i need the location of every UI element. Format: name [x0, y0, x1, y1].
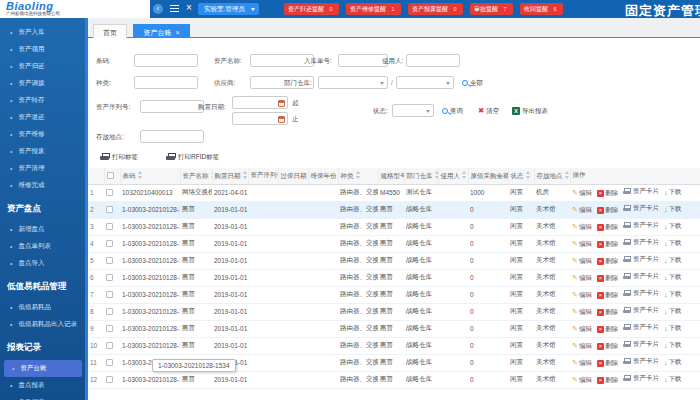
sidebar-item-盘盈报表[interactable]: •盘盈报表 — [0, 394, 83, 400]
delete-button[interactable]: ×删除 — [597, 291, 618, 300]
select-all-checkbox[interactable] — [107, 172, 114, 179]
download-button[interactable]: ↓下载 — [664, 205, 682, 214]
column-header-原值采购金额[interactable]: 原值采购金额 — [468, 168, 508, 184]
edit-button[interactable]: ✎编辑 — [572, 274, 592, 283]
sidebar-item-盘点报表[interactable]: •盘点报表 — [0, 377, 83, 394]
table-row[interactable]: 21-03003-20210128-15惠普2019-01-01路由器、交换机惠… — [88, 201, 700, 218]
reminder-pill[interactable]: 收回提醒6 — [520, 3, 563, 15]
export-button[interactable]: X导出报表 — [512, 104, 548, 117]
reminder-pill[interactable]: 资产报废提醒0 — [408, 3, 463, 15]
sidebar-item-新增盘点[interactable]: •新增盘点 — [0, 221, 83, 238]
edit-button[interactable]: ✎编辑 — [572, 376, 592, 385]
sort-icon[interactable] — [356, 171, 361, 179]
sort-icon[interactable] — [565, 171, 570, 179]
table-row[interactable]: 101-03003-20210128-15惠普2019-01-01路由器、交换机… — [88, 337, 700, 354]
menu-icon[interactable] — [170, 5, 179, 13]
sidebar-item-盘点导入[interactable]: •盘点导入 — [0, 255, 83, 272]
row-checkbox[interactable] — [106, 257, 113, 264]
sidebar-item-资产领用[interactable]: •资产领用 — [0, 41, 83, 58]
row-checkbox[interactable] — [106, 240, 113, 247]
download-button[interactable]: ↓下载 — [664, 341, 682, 350]
user-input[interactable] — [406, 54, 460, 67]
download-button[interactable]: ↓下载 — [664, 358, 682, 367]
close-icon[interactable]: × — [186, 2, 192, 13]
sidebar-item-资产转存[interactable]: •资产转存 — [0, 92, 83, 109]
column-header-存放地点[interactable]: 存放地点 — [534, 168, 570, 184]
table-row[interactable]: 81-03003-20210128-15惠普2019-01-01路由器、交换机惠… — [88, 303, 700, 320]
asset-card-button[interactable]: 资产卡片 — [623, 357, 659, 366]
sort-icon[interactable] — [462, 171, 467, 179]
edit-button[interactable]: ✎编辑 — [572, 223, 592, 232]
delete-button[interactable]: ×删除 — [597, 325, 618, 334]
edit-button[interactable]: ✎编辑 — [572, 257, 592, 266]
download-button[interactable]: ↓下载 — [664, 324, 682, 333]
row-checkbox[interactable] — [106, 325, 113, 332]
download-button[interactable]: ↓下载 — [664, 256, 682, 265]
edit-button[interactable]: ✎编辑 — [572, 325, 592, 334]
asset-card-button[interactable]: 资产卡片 — [623, 374, 659, 383]
sort-icon[interactable] — [435, 171, 439, 179]
row-checkbox[interactable] — [106, 376, 113, 383]
sidebar-item-资产台账[interactable]: •资产台账 — [4, 360, 82, 377]
column-header-资产名称[interactable]: 资产名称 — [180, 168, 212, 184]
asset-card-button[interactable]: 资产卡片 — [623, 289, 659, 298]
asset-card-button[interactable]: 资产卡片 — [623, 238, 659, 247]
column-header-条码[interactable]: 条码 — [120, 168, 180, 184]
download-button[interactable]: ↓下载 — [664, 307, 682, 316]
sidebar-item-维修完成[interactable]: •维修完成 — [0, 177, 83, 194]
row-checkbox[interactable] — [106, 342, 113, 349]
print-label-button[interactable]: 打印标签 — [100, 150, 138, 163]
download-button[interactable]: ↓下载 — [664, 188, 682, 197]
delete-button[interactable]: ×删除 — [597, 206, 618, 215]
table-row[interactable]: 91-03003-20210128-15惠普2019-01-01路由器、交换机惠… — [88, 320, 700, 337]
download-button[interactable]: ↓下载 — [664, 375, 682, 384]
table-row[interactable]: 71-03003-20210128-15惠普2019-01-01路由器、交换机惠… — [88, 286, 700, 303]
category-input[interactable] — [134, 76, 198, 89]
calendar-icon[interactable] — [278, 100, 285, 107]
column-header-购置日期[interactable]: 购置日期 — [212, 168, 248, 184]
sidebar-item-资产调拨[interactable]: •资产调拨 — [0, 75, 83, 92]
calendar-icon[interactable] — [278, 116, 285, 123]
download-button[interactable]: ↓下载 — [664, 273, 682, 282]
search-button[interactable]: 查询 — [442, 104, 463, 117]
asset-card-button[interactable]: 资产卡片 — [623, 204, 659, 213]
warehouse-select[interactable] — [396, 76, 454, 89]
sidebar-item-资产退还[interactable]: •资产退还 — [0, 109, 83, 126]
asset-card-button[interactable]: 资产卡片 — [623, 221, 659, 230]
sidebar-item-盘点单列表[interactable]: •盘点单列表 — [0, 238, 83, 255]
sidebar-item-资产归还[interactable]: •资产归还 — [0, 58, 83, 75]
column-header-种类[interactable]: 种类 — [338, 168, 378, 184]
row-checkbox[interactable] — [106, 274, 113, 281]
edit-button[interactable]: ✎编辑 — [572, 240, 592, 249]
row-checkbox[interactable] — [106, 189, 113, 196]
delete-button[interactable]: ×删除 — [597, 223, 618, 232]
serial-no-input[interactable] — [140, 100, 204, 113]
edit-button[interactable]: ✎编辑 — [572, 308, 592, 317]
sidebar-item-低值易耗品[interactable]: •低值易耗品 — [0, 299, 83, 316]
reminder-pill[interactable]: 审批提醒7 — [470, 3, 513, 15]
sidebar-item-资产入库[interactable]: •资产入库 — [0, 24, 83, 41]
row-checkbox[interactable] — [106, 359, 113, 366]
download-button[interactable]: ↓下载 — [664, 239, 682, 248]
table-row[interactable]: 110320210400013网络交换机2021-04-01路由器、交换机M45… — [88, 184, 700, 201]
column-header-状态[interactable]: 状态 — [508, 168, 534, 184]
column-header-维保年份[interactable]: 维保年份 — [308, 168, 338, 184]
edit-button[interactable]: ✎编辑 — [572, 206, 592, 215]
delete-button[interactable]: ×删除 — [597, 342, 618, 351]
barcode-input[interactable] — [134, 54, 198, 67]
asset-card-button[interactable]: 资产卡片 — [623, 255, 659, 264]
delete-button[interactable]: ×删除 — [597, 189, 618, 198]
edit-button[interactable]: ✎编辑 — [572, 359, 592, 368]
print-rfid-button[interactable]: 打印RFID标签 — [166, 150, 219, 163]
column-header-规格型号[interactable]: 规格型号 — [378, 168, 404, 184]
sort-icon[interactable] — [243, 171, 248, 179]
clear-button[interactable]: ✖清空 — [478, 104, 499, 117]
date-start-input[interactable] — [232, 96, 288, 109]
row-checkbox[interactable] — [106, 206, 113, 213]
delete-button[interactable]: ×删除 — [597, 376, 618, 385]
table-row[interactable]: 41-03003-20210128-15惠普2019-01-01路由器、交换机惠… — [88, 235, 700, 252]
location-input[interactable] — [140, 130, 204, 143]
user-role-button[interactable]: 实验室.管理员 — [198, 3, 259, 15]
all-button[interactable]: 全部 — [462, 76, 483, 89]
sort-icon[interactable] — [526, 171, 531, 179]
